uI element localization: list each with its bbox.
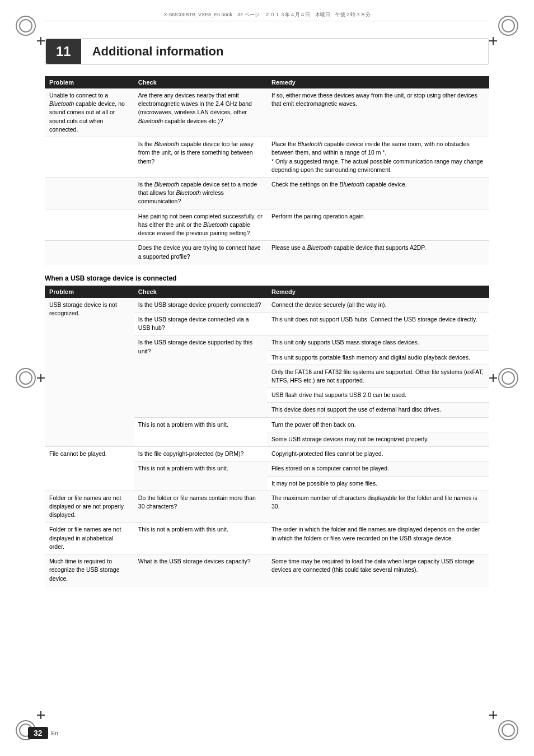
chapter-title: Additional information — [81, 40, 235, 63]
bt-remedy-1b: Place the Bluetooth capable device insid… — [267, 137, 489, 178]
usb-row-10: File cannot be played. Is the file copyr… — [45, 447, 489, 461]
usb-remedy-4a: The order in which the folder and file n… — [267, 522, 489, 554]
usb-row-15: Much time is required to recognize the U… — [45, 554, 489, 586]
bluetooth-col-problem: Problem — [45, 76, 134, 88]
bluetooth-table: Problem Check Remedy Unable to connect t… — [45, 76, 489, 264]
usb-problem-3: Folder or file names are not displayed o… — [45, 491, 134, 522]
usb-col-check: Check — [134, 286, 267, 298]
bluetooth-table-header-row: Problem Check Remedy — [45, 76, 489, 88]
corner-ornament-tr — [498, 16, 518, 36]
usb-remedy-5a: Some time may be required to load the da… — [267, 554, 489, 586]
usb-check-1h: This is not a problem with this unit. — [134, 417, 267, 446]
usb-problem-4: Folder or file names are not displayed i… — [45, 522, 134, 554]
chapter-header: 11 Additional information — [45, 38, 489, 65]
usb-check-1b: Is the USB storage device connected via … — [134, 312, 267, 335]
usb-problem-5: Much time is required to recognize the U… — [45, 554, 134, 586]
bt-problem-2 — [45, 137, 134, 178]
usb-problem-1: USB storage device is not recognized. — [45, 298, 134, 447]
bt-row-1: Unable to connect to a Bluetooth capable… — [45, 88, 489, 137]
usb-check-2a: Is the file copyright-protected (by DRM)… — [134, 447, 267, 461]
usb-table-header-row: Problem Check Remedy — [45, 286, 489, 298]
page-number: 32 — [28, 727, 48, 739]
bluetooth-col-remedy: Remedy — [267, 76, 489, 88]
usb-remedy-1a: Connect the device securely (all the way… — [267, 298, 489, 312]
usb-remedy-1e: Only the FAT16 and FAT32 file systems ar… — [267, 365, 489, 388]
page-number-area: 32 En — [28, 727, 58, 739]
side-ornament-left — [16, 368, 36, 388]
corner-ornament-br — [498, 720, 518, 740]
bluetooth-col-check: Check — [134, 76, 267, 88]
page-lang: En — [51, 730, 58, 736]
chapter-number: 11 — [46, 39, 81, 64]
usb-check-5a: What is the USB storage devices capacity… — [134, 554, 267, 586]
bt-check-1c: Is the Bluetooth capable device set to a… — [134, 177, 267, 209]
usb-row-14: Folder or file names are not displayed i… — [45, 522, 489, 554]
usb-col-remedy: Remedy — [267, 286, 489, 298]
usb-remedy-1g: This device does not support the use of … — [267, 403, 489, 417]
page: X-SMC00BTB_VXE8_En.book 32 ページ ２０１３年４月４日… — [0, 0, 534, 756]
usb-remedy-1h: Turn the power off then back on. — [267, 417, 489, 432]
usb-remedy-1f: USB flash drive that supports USB 2.0 ca… — [267, 388, 489, 403]
usb-col-problem: Problem — [45, 286, 134, 298]
bt-remedy-1e: Please use a Bluetooth capable device th… — [267, 241, 489, 264]
usb-table: Problem Check Remedy USB storage device … — [45, 286, 489, 586]
bt-check-1b: Is the Bluetooth capable device too far … — [134, 137, 267, 178]
file-info: X-SMC00BTB_VXE8_En.book 32 ページ ２０１３年４月４日… — [45, 11, 489, 21]
usb-remedy-1c: This unit only supports USB mass storage… — [267, 335, 489, 350]
bt-row-4: Has pairing not been completed successfu… — [45, 209, 489, 241]
bt-problem-5 — [45, 241, 134, 264]
usb-remedy-2c: It may not be possible to play some file… — [267, 476, 489, 491]
usb-remedy-1i: Some USB storage devices may not be reco… — [267, 432, 489, 446]
usb-check-4a: This is not a problem with this unit. — [134, 522, 267, 554]
bt-row-3: Is the Bluetooth capable device set to a… — [45, 177, 489, 209]
bt-problem-3 — [45, 177, 134, 209]
usb-problem-2: File cannot be played. — [45, 447, 134, 491]
usb-remedy-3a: The maximum number of characters display… — [267, 491, 489, 522]
content-area: Problem Check Remedy Unable to connect t… — [45, 76, 489, 586]
cross-mark-tl — [37, 37, 45, 45]
usb-check-1a: Is the USB storage device properly conne… — [134, 298, 267, 312]
side-ornament-right — [498, 368, 518, 388]
cross-mark-bl — [37, 711, 45, 719]
bt-check-1a: Are there any devices nearby that emit e… — [134, 88, 267, 137]
bt-row-2: Is the Bluetooth capable device too far … — [45, 137, 489, 178]
cross-mark-tr — [489, 37, 497, 45]
bt-remedy-1d: Perform the pairing operation again. — [267, 209, 489, 241]
cross-mark-ml — [37, 374, 45, 382]
usb-remedy-1d: This unit supports portable flash memory… — [267, 350, 489, 365]
usb-remedy-2a: Copyright-protected files cannot be play… — [267, 447, 489, 461]
bt-row-5: Does the device you are trying to connec… — [45, 241, 489, 264]
usb-remedy-2b: Files stored on a computer cannot be pla… — [267, 461, 489, 476]
bt-check-1d: Has pairing not been completed successfu… — [134, 209, 267, 241]
cross-mark-br — [489, 711, 497, 719]
usb-row-13: Folder or file names are not displayed o… — [45, 491, 489, 522]
usb-remedy-1b: This unit does not support USB hubs. Con… — [267, 312, 489, 335]
bt-check-1e: Does the device you are trying to connec… — [134, 241, 267, 264]
bt-remedy-1c: Check the settings on the Bluetooth capa… — [267, 177, 489, 209]
corner-ornament-tl — [16, 16, 36, 36]
usb-check-2b: This is not a problem with this unit. — [134, 461, 267, 491]
bt-problem-1: Unable to connect to a Bluetooth capable… — [45, 88, 134, 137]
usb-check-3a: Do the folder or file names contain more… — [134, 491, 267, 522]
usb-check-1c: Is the USB storage device supported by t… — [134, 335, 267, 417]
bt-remedy-1a: If so, either move these devices away fr… — [267, 88, 489, 137]
usb-row-1: USB storage device is not recognized. Is… — [45, 298, 489, 312]
usb-section-heading: When a USB storage device is connected — [45, 274, 489, 282]
bt-problem-4 — [45, 209, 134, 241]
cross-mark-mr — [489, 374, 497, 382]
